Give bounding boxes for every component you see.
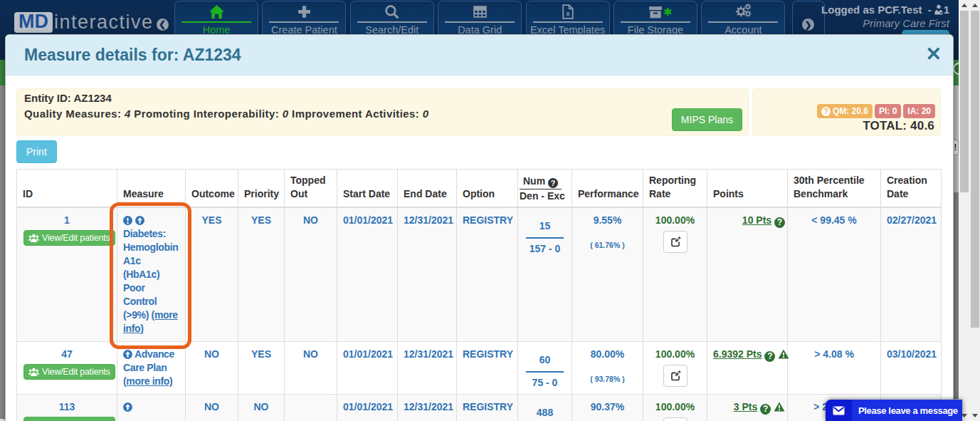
performance-value: 90.37% [578,400,637,414]
entity-summary-box: Entity ID: AZ1234 Quality Measures: 4 Pr… [16,88,749,136]
ia-value: 0 [423,108,429,120]
question-circle-icon: ? [760,404,771,415]
cell-option: REGISTRY [457,207,518,342]
numerator: 60 [524,355,566,365]
user-info: Logged as PCF.Test -1 Primary Care First [821,4,949,29]
entity-counts-line: Quality Measures: 4 Promoting Interopera… [24,106,741,122]
score-summary-box: ?QM: 20.6PI: 0IA: 20 TOTAL: 40.6 [752,88,941,136]
cell-topped-out: NO [285,207,337,342]
question-circle-icon: ? [764,351,775,362]
cell-topped-out: NO [285,342,337,395]
measure-id: 1 [23,214,111,227]
cell-id: 47View/Edit patients [17,342,117,395]
header-row: IDMeasureOutcomePriorityTopped OutStart … [17,170,942,208]
cell-benchmark: > 4.08 % [788,342,881,395]
edit-rate-button[interactable] [663,365,687,387]
qm-value: 4 [125,108,131,120]
cell-start-date: 01/01/2021 [337,207,398,342]
chat-label: Please leave a message [858,405,958,416]
col-header-topped-out: Topped Out [285,170,337,208]
points-value[interactable]: 10 Pts [742,214,771,226]
logo-text: interactive [54,13,154,32]
cell-measure: Advance Care Plan (more info) [117,342,186,395]
edit-rate-button[interactable] [663,417,687,421]
cell-creation-date: 02/27/2021 [881,207,942,342]
badge-label: IA: 20 [907,106,931,116]
cell-end-date: 12/31/2021 [398,395,457,421]
numerator: 15 [524,221,566,232]
nav-underline [181,21,251,23]
chat-widget[interactable]: Please leave a message [826,400,962,421]
users-icon [28,234,39,243]
cell-points: 6.9392 Pts ? [707,342,788,395]
cell-reporting-rate: 100.00% [643,207,707,342]
points-value[interactable]: 3 Pts [734,401,757,412]
nav-underline [445,21,515,23]
performance-sub: ( 61.76% ) [578,239,637,252]
warning-icon [774,402,785,412]
new-star-icon: ✱ [663,7,673,17]
rate-value: 100.00% [649,348,701,361]
scroll-up-button[interactable] [959,0,969,11]
view-edit-patients-button[interactable]: View/Edit patients [23,417,115,421]
envelope-icon [833,406,845,415]
print-button[interactable]: Print [16,140,57,163]
table-head: IDMeasureOutcomePriorityTopped OutStart … [17,170,942,208]
modal-title: Measure details for: AZ1234 [24,46,241,65]
mips-plans-button[interactable]: MIPS Plans [672,108,742,131]
performance-sub: ( 93.78% ) [578,373,637,386]
cell-performance: 9.55%( 61.76% ) [572,207,643,342]
performance-value: 80.00% [578,348,637,361]
points-value[interactable]: 6.9392 Pts [713,348,762,360]
badge-label: QM: 20.6 [833,106,868,116]
modal-header: Measure details for: AZ1234 ✕ [6,35,953,76]
scroll-up-button[interactable] [969,0,980,11]
measures-table: IDMeasureOutcomePriorityTopped OutStart … [16,169,942,421]
measure-row-113: 113View/Edit patientsNONO01/01/202112/31… [17,395,942,421]
logged-as-label: Logged as PCF.Test [821,4,922,16]
rate-value: 100.00% [649,400,701,414]
nav-underline [533,21,603,23]
nav-underline [269,21,339,23]
chevron-left-circle-icon[interactable]: ❮ [157,19,169,31]
measure-details-modal: Measure details for: AZ1234 ✕ Entity ID:… [5,34,954,421]
cell-points: 10 Pts ? [707,207,788,342]
modal-body: Entity ID: AZ1234 Quality Measures: 4 Pr… [6,76,953,421]
cell-end-date: 12/31/2021 [398,342,457,395]
arrow-up-circle-icon [123,350,132,359]
data-grid-icon [472,4,488,20]
cell-points: 3 Pts ? [707,395,788,421]
col-header-reporting-rate: Reporting Rate [643,170,707,208]
view-edit-patients-button[interactable]: View/Edit patients [23,364,115,380]
cell-option: REGISTRY [457,342,518,395]
inner-scrollbar[interactable] [959,0,969,421]
brand-logo[interactable]: MD interactive ❮ [14,12,169,33]
measure-id: 113 [23,400,111,414]
edit-icon [670,237,681,248]
col-header-performance: Performance [572,170,643,208]
cell-num-den: 15157 - 0 [518,207,572,342]
question-circle-icon: ? [774,217,785,228]
col-header-measure: Measure [117,170,186,208]
warning-icon [778,349,789,359]
edit-rate-button[interactable] [663,231,687,253]
cell-benchmark: < 99.45 % [788,207,881,342]
chevron-right-circle-icon[interactable]: ❯ [802,19,814,31]
scrollbar-thumb[interactable] [960,11,969,192]
scroll-down-button[interactable] [969,410,980,421]
fraction-line [526,371,564,373]
more-info-link[interactable]: (more info) [123,375,172,387]
cell-outcome: NO [186,395,238,421]
view-edit-patients-button[interactable]: View/Edit patients [23,230,115,246]
close-icon[interactable]: ✕ [925,44,942,64]
cell-topped-out [285,395,337,421]
window-scrollbar[interactable] [969,0,980,421]
cell-reporting-rate: 100.00% [643,395,707,421]
rate-value: 100.00% [649,214,701,227]
view-edit-label: View/Edit patients [42,233,110,243]
measure-id: 47 [23,348,111,361]
nav-underline [357,21,427,23]
users-icon [28,368,39,377]
scrollbar-thumb[interactable] [971,11,979,328]
cell-num-den: 488 [518,395,572,421]
